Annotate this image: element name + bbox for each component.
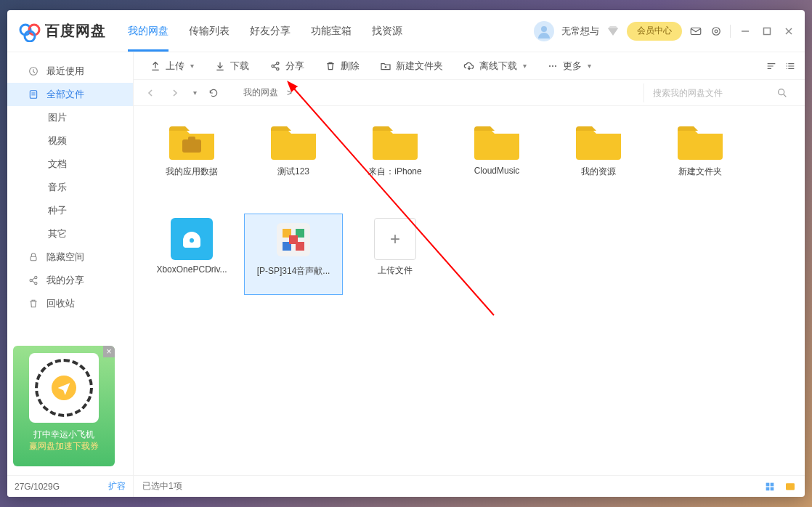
app-window: 百度网盘 我的网盘 传输列表 好友分享 功能宝箱 找资源 无常想与 会员中心 最… [7,10,805,497]
file-name: CloudMusic [474,166,520,176]
trash-icon [325,60,336,72]
share-icon [269,60,281,72]
svg-line-25 [274,66,277,68]
maximize-button[interactable] [760,24,774,38]
tab-transfer[interactable]: 传输列表 [189,10,230,52]
file-item[interactable]: 我的应用数据 [142,118,241,199]
sidebar-item-recent[interactable]: 最近使用 [7,60,133,83]
svg-rect-53 [766,487,770,490]
sidebar-item-music[interactable]: 音乐 [7,176,133,199]
more-button[interactable]: 更多▾ [540,57,598,76]
search-input[interactable] [653,88,776,98]
search-box [643,84,796,102]
vip-button[interactable]: 会员中心 [627,22,682,41]
breadcrumb-root[interactable]: 我的网盘 [243,86,278,99]
tab-mydisk[interactable]: 我的网盘 [128,10,169,52]
file-item[interactable]: 测试123 [244,118,343,199]
grid-view-icon[interactable] [764,481,776,492]
file-item[interactable]: CloudMusic [447,118,546,199]
promo-card[interactable]: × 打中幸运小飞机赢网盘加速下载券 [13,346,115,466]
user-icon [537,24,551,38]
history-dropdown[interactable]: ▾ [193,89,197,97]
username[interactable]: 无常想与 [561,25,599,38]
sidebar-item-hidden[interactable]: 隐藏空间 [7,246,133,269]
refresh-button[interactable] [206,85,222,101]
file-item[interactable]: XboxOnePCDriv... [142,214,241,295]
close-button[interactable] [781,24,796,38]
sidebar-list: 最近使用 全部文件 图片 视频 文档 音乐 种子 其它 隐藏空间 我的分享 回收… [7,52,133,315]
upload-icon [150,60,161,72]
sidebar-item-trash[interactable]: 回收站 [7,292,133,315]
svg-rect-4 [691,28,701,34]
promo-text: 打中幸运小飞机赢网盘加速下载券 [29,429,99,452]
pathbar: ▾ 我的网盘 > [134,80,805,106]
sort-icon[interactable] [766,60,777,72]
sidebar-item-seeds[interactable]: 种子 [7,199,133,222]
gear-icon[interactable] [710,25,723,38]
file-name: 上传文件 [378,264,413,277]
svg-point-29 [552,65,553,67]
newfolder-button[interactable]: 新建文件夹 [373,57,450,76]
file-item[interactable]: 我的资源 [549,118,648,199]
list-view-icon[interactable] [784,60,796,72]
cloud-download-icon [463,60,475,72]
svg-point-30 [555,65,556,67]
download-button[interactable]: 下载 [207,57,256,76]
file-grid[interactable]: 我的应用数据测试123来自：iPhoneCloudMusic我的资源新建文件夹X… [134,106,805,475]
qr-icon [29,353,99,423]
trash-icon [28,298,39,309]
sidebar-item-docs[interactable]: 文档 [7,153,133,176]
sidebar-item-allfiles[interactable]: 全部文件 [7,83,133,106]
titlebar-right: 无常想与 会员中心 [534,21,796,41]
sidebar-item-images[interactable]: 图片 [7,106,133,129]
svg-rect-51 [766,482,770,486]
search-icon[interactable] [776,87,788,99]
newfolder-icon [380,60,391,72]
tab-resources[interactable]: 找资源 [372,10,402,52]
offline-button[interactable]: 离线下载▾ [456,57,534,76]
file-item[interactable]: 新建文件夹 [651,118,750,199]
file-name: 我的资源 [581,166,616,178]
promo-close-button[interactable]: × [103,346,115,357]
file-item[interactable]: +上传文件 [346,214,444,295]
mail-icon[interactable] [689,25,702,38]
svg-rect-43 [188,137,195,141]
tab-friendshare[interactable]: 好友分享 [250,10,291,52]
share-button[interactable]: 分享 [262,57,312,76]
thumb-view-icon[interactable] [784,481,796,492]
svg-point-3 [541,26,547,32]
minimize-button[interactable] [738,24,752,38]
back-button[interactable] [142,85,158,101]
statusbar: 已选中1项 [134,475,805,497]
svg-point-5 [712,27,720,35]
diamond-icon [606,25,620,38]
expand-button[interactable]: 扩容 [108,480,126,492]
avatar[interactable] [534,21,554,41]
file-item[interactable]: 来自：iPhone [346,118,444,199]
svg-point-28 [549,65,551,67]
svg-line-41 [784,94,786,97]
svg-rect-50 [289,235,298,244]
svg-line-24 [274,63,277,65]
plane-icon [57,381,71,395]
forward-button[interactable] [167,85,183,101]
svg-rect-52 [771,482,774,486]
delete-button[interactable]: 删除 [317,57,367,76]
sidebar: 最近使用 全部文件 图片 视频 文档 音乐 种子 其它 隐藏空间 我的分享 回收… [7,52,134,497]
sidebar-item-myshare[interactable]: 我的分享 [7,269,133,292]
lock-icon [28,251,39,263]
body: 最近使用 全部文件 图片 视频 文档 音乐 种子 其它 隐藏空间 我的分享 回收… [7,52,805,497]
svg-line-20 [32,281,35,283]
storage-used: 27G/1029G [15,482,60,492]
tab-toolbox[interactable]: 功能宝箱 [311,10,352,52]
svg-point-40 [779,89,784,94]
sidebar-item-other[interactable]: 其它 [7,222,133,246]
upload-button[interactable]: 上传▾ [142,57,201,76]
svg-line-19 [32,278,35,280]
svg-point-39 [787,68,787,68]
app-logo: 百度网盘 [19,20,106,42]
file-item[interactable]: [P-SP]314音声献... [244,214,343,295]
share-icon [28,275,39,286]
sidebar-item-videos[interactable]: 视频 [7,129,133,153]
main-tabs: 我的网盘 传输列表 好友分享 功能宝箱 找资源 [128,10,534,52]
